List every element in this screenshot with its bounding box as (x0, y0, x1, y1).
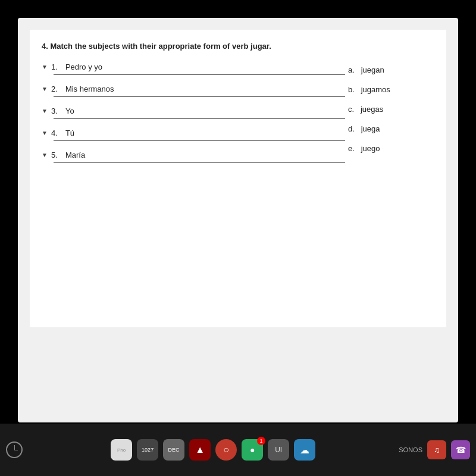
dock-item[interactable]: UI (268, 439, 289, 461)
answer-label: a. (348, 65, 355, 74)
matching-container: ▼ 1. Pedro y yo ▼ 2. Mis hermanos ▼ 3. Y… (42, 62, 428, 173)
answer-item: d. juega (345, 124, 428, 133)
chevron-down-icon[interactable]: ▼ (42, 108, 48, 114)
year-badge: 1027 (142, 447, 154, 453)
dock-item[interactable]: ○ (215, 439, 237, 461)
item-underline (54, 140, 345, 141)
item-text: Pedro y yo (65, 62, 102, 71)
clock-icon (6, 441, 23, 458)
answer-text: juego (361, 144, 380, 153)
list-item: ▼ 1. Pedro y yo (42, 62, 345, 71)
chevron-down-icon[interactable]: ▼ (42, 64, 48, 70)
list-item: ▼ 3. Yo (42, 107, 345, 115)
right-column: a. juegan b. jugamos c. juegas d. (345, 62, 428, 173)
dec-badge: DEC (168, 447, 180, 453)
answer-label: c. (348, 105, 354, 114)
item-text: Tú (65, 129, 74, 137)
list-item: ▼ 4. Tú (42, 129, 345, 137)
chevron-down-icon[interactable]: ▼ (42, 130, 48, 136)
item-number: 3. (51, 107, 62, 115)
answer-text: juegas (361, 105, 383, 114)
answer-text: juega (361, 124, 380, 133)
chevron-down-icon[interactable]: ▼ (42, 152, 48, 158)
answer-text: jugamos (361, 85, 390, 94)
list-item: ▼ 5. María (42, 151, 345, 159)
answer-label: b. (348, 85, 355, 94)
item-underline (54, 162, 345, 163)
answer-item: a. juegan (345, 65, 428, 74)
question-number: 4. (42, 42, 48, 51)
answer-label: d. (348, 124, 355, 133)
dock-item[interactable]: DEC (163, 439, 184, 461)
dock-item[interactable]: ▲ (189, 439, 211, 461)
laptop-screen: 4. Match the subjects with their appropr… (18, 18, 458, 422)
chevron-down-icon[interactable]: ▼ (42, 86, 48, 92)
item-underline (54, 96, 345, 97)
sonos-label: SONOS (399, 446, 422, 453)
dock-item[interactable]: ☁ (294, 439, 315, 461)
question-instruction: Match the subjects with their appropriat… (50, 42, 271, 51)
item-number: 4. (51, 129, 62, 137)
answer-item: e. juego (345, 144, 428, 153)
answer-item: b. jugamos (345, 85, 428, 94)
dock: Pho 1027 DEC ▲ ○ ● 1 UI ☁ (27, 439, 399, 461)
item-number: 5. (51, 151, 62, 159)
dock-item[interactable]: ● 1 (242, 439, 263, 461)
notification-badge: 1 (257, 437, 265, 445)
list-item: ▼ 2. Mis hermanos (42, 84, 345, 93)
item-text: Mis hermanos (65, 84, 114, 93)
dock-photos[interactable]: Pho (111, 439, 132, 461)
item-text: Yo (65, 107, 74, 115)
answer-item: c. juegas (345, 105, 428, 114)
music-icon[interactable]: ♫ (427, 440, 446, 459)
item-underline (54, 118, 345, 119)
question-header: 4. Match the subjects with their appropr… (42, 42, 428, 51)
item-number: 2. (51, 84, 62, 93)
dock-item[interactable]: 1027 (137, 439, 158, 461)
item-text: María (65, 151, 85, 159)
taskbar: Pho 1027 DEC ▲ ○ ● 1 UI ☁ SONOS ♫ ☎ (0, 424, 476, 476)
answer-text: juegan (361, 65, 384, 74)
podcast-icon[interactable]: ☎ (451, 440, 470, 459)
left-column: ▼ 1. Pedro y yo ▼ 2. Mis hermanos ▼ 3. Y… (42, 62, 345, 173)
taskbar-right: SONOS ♫ ☎ (399, 440, 470, 459)
item-number: 1. (51, 62, 62, 71)
answer-label: e. (348, 144, 355, 153)
taskbar-left (6, 441, 27, 458)
content-area: 4. Match the subjects with their appropr… (30, 30, 446, 327)
item-underline (54, 74, 345, 75)
